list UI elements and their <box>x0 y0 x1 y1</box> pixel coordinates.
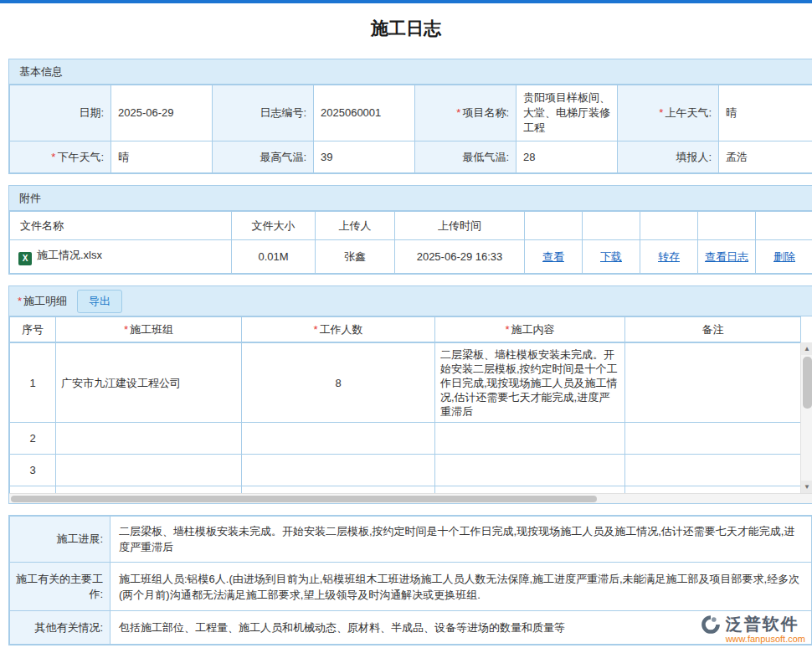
max-temp-label: 最高气温: <box>213 141 314 173</box>
pm-weather-value: 晴 <box>111 141 213 173</box>
fanpu-logo-icon <box>700 614 722 635</box>
attachment-uploader: 张鑫 <box>316 240 395 274</box>
required-mark: * <box>659 106 663 119</box>
progress-label: 施工进展: <box>10 517 110 563</box>
detail-workers <box>242 423 435 455</box>
basic-info-section: 基本信息 日期: 2025-06-29 日志编号: 2025060001 *项目… <box>8 59 812 174</box>
required-mark: * <box>456 106 460 119</box>
construction-detail-title: 施工明细 <box>23 294 67 309</box>
attachments-section: 附件 文件名称 文件大小 上传人 上传时间 施工情况.xlsx 0.01M 张鑫… <box>8 185 812 275</box>
detail-team <box>56 486 242 494</box>
detail-row: 1 广安市九江建设工程公司 8 二层梁板、墙柱模板安装未完成。开始安装二层模板,… <box>10 343 801 423</box>
col-header-seq: 序号 <box>10 317 56 342</box>
detail-row: 4 <box>10 486 801 494</box>
detail-workers <box>242 455 435 486</box>
reporter-value: 孟浩 <box>719 141 812 173</box>
basic-info-header: 基本信息 <box>9 59 812 85</box>
detail-seq: 1 <box>10 343 56 423</box>
detail-content <box>435 423 625 455</box>
required-mark: * <box>505 323 509 336</box>
detail-team: 广安市九江建设工程公司 <box>56 343 242 423</box>
detail-note <box>625 343 801 423</box>
col-header-note: 备注 <box>625 317 801 342</box>
col-header-empty <box>525 212 583 240</box>
summary-table: 施工进展: 二层梁板、墙柱模板安装未完成。开始安装二层模板,按约定时间是十个工作… <box>9 516 812 645</box>
attachment-upload-time: 2025-06-29 16:33 <box>395 240 525 274</box>
col-header-empty <box>583 212 640 240</box>
detail-note <box>625 455 801 486</box>
download-link[interactable]: 下载 <box>600 250 622 263</box>
detail-content <box>435 486 625 494</box>
page-title: 施工日志 <box>0 17 812 40</box>
attachments-table: 文件名称 文件大小 上传人 上传时间 施工情况.xlsx 0.01M 张鑫 20… <box>9 211 812 274</box>
vertical-scrollbar[interactable] <box>800 342 812 493</box>
summary-row: 其他有关情况: 包括施工部位、工程量、施工人员和机械动态、原材料、半成品、设备等… <box>10 611 812 645</box>
detail-row: 3 <box>10 455 801 486</box>
required-mark: * <box>51 151 55 163</box>
view-log-link[interactable]: 查看日志 <box>705 250 748 263</box>
col-header-uploader: 上传人 <box>316 212 395 240</box>
required-mark: * <box>18 295 22 307</box>
col-header-empty <box>698 212 756 240</box>
horizontal-scrollbar-thumb[interactable] <box>11 496 597 502</box>
detail-table-body: 1 广安市九江建设工程公司 8 二层梁板、墙柱模板安装未完成。开始安装二层模板,… <box>9 342 801 493</box>
export-button[interactable]: 导出 <box>77 290 122 313</box>
detail-workers: 8 <box>242 343 435 423</box>
attachment-row: 施工情况.xlsx 0.01M 张鑫 2025-06-29 16:33 查看 下… <box>10 240 812 274</box>
detail-table-header: 序号 *施工班组 *工作人数 *施工内容 备注 <box>9 316 801 342</box>
basic-info-table: 日期: 2025-06-29 日志编号: 2025060001 *项目名称: 贵… <box>9 85 812 173</box>
fanpu-brand: 泛普软件 www.fanpusoft.com <box>700 614 805 645</box>
attachment-file-name: 施工情况.xlsx <box>10 240 232 274</box>
horizontal-scrollbar[interactable] <box>9 493 812 503</box>
detail-team <box>56 455 242 486</box>
scroll-down-arrow-icon[interactable] <box>801 481 812 493</box>
detail-seq: 3 <box>10 455 56 486</box>
min-temp-value: 28 <box>516 141 618 173</box>
detail-note <box>625 423 801 455</box>
col-header-empty <box>756 212 812 240</box>
col-header-workers: *工作人数 <box>242 317 435 342</box>
col-header-file-name: 文件名称 <box>10 212 232 240</box>
col-header-file-size: 文件大小 <box>232 212 316 240</box>
log-no-label: 日志编号: <box>213 85 314 141</box>
other-info-label: 其他有关情况: <box>10 611 110 645</box>
delete-link[interactable]: 删除 <box>773 250 795 263</box>
main-work-value: 施工班组人员:铝模6人.(由进场到目前为止,铝模班组木工班进场施工人员人数无法保… <box>110 563 812 611</box>
save-as-link[interactable]: 转存 <box>658 250 680 263</box>
log-no-value: 2025060001 <box>314 85 415 141</box>
detail-note <box>625 486 801 494</box>
detail-team <box>56 423 242 455</box>
detail-row: 2 <box>10 423 801 455</box>
brand-url: www.fanpusoft.com <box>726 634 805 645</box>
required-mark: * <box>124 323 128 336</box>
vertical-scrollbar-thumb[interactable] <box>803 357 812 409</box>
am-weather-value: 晴 <box>719 85 812 141</box>
progress-value: 二层梁板、墙柱模板安装未完成。开始安装二层模板,按约定时间是十个工作日完成,现按… <box>110 517 812 563</box>
construction-detail-header: * 施工明细 导出 <box>9 286 812 316</box>
required-mark: * <box>313 323 317 336</box>
max-temp-value: 39 <box>314 141 415 173</box>
col-header-content: *施工内容 <box>435 317 625 342</box>
attachments-header: 附件 <box>9 186 812 211</box>
main-work-label: 施工有关的主要工作: <box>10 563 110 611</box>
detail-workers <box>242 486 435 494</box>
view-link[interactable]: 查看 <box>542 250 564 263</box>
detail-content: 二层梁板、墙柱模板安装未完成。开始安装二层模板,按约定时间是十个工作日完成,现按… <box>435 343 625 423</box>
min-temp-label: 最低气温: <box>415 141 516 173</box>
attachment-file-size: 0.01M <box>232 240 316 274</box>
construction-detail-section: * 施工明细 导出 序号 *施工班组 *工作人数 *施工内容 备注 1 广安市九… <box>8 285 812 504</box>
brand-name: 泛普软件 <box>726 614 799 634</box>
project-name-label: *项目名称: <box>415 85 516 141</box>
summary-row: 施工进展: 二层梁板、墙柱模板安装未完成。开始安装二层模板,按约定时间是十个工作… <box>10 517 812 563</box>
excel-file-icon <box>18 252 32 265</box>
scroll-up-arrow-icon[interactable] <box>801 342 812 355</box>
detail-seq: 4 <box>10 486 56 494</box>
pm-weather-label: *下午天气: <box>10 141 111 173</box>
date-label: 日期: <box>10 85 111 141</box>
col-header-team: *施工班组 <box>56 317 242 342</box>
project-name-value: 贵阳项目样板间、大堂、电梯厅装修工程 <box>516 85 618 141</box>
col-header-empty <box>640 212 698 240</box>
reporter-label: 填报人: <box>618 141 719 173</box>
detail-seq: 2 <box>10 423 56 455</box>
detail-content <box>435 455 625 486</box>
